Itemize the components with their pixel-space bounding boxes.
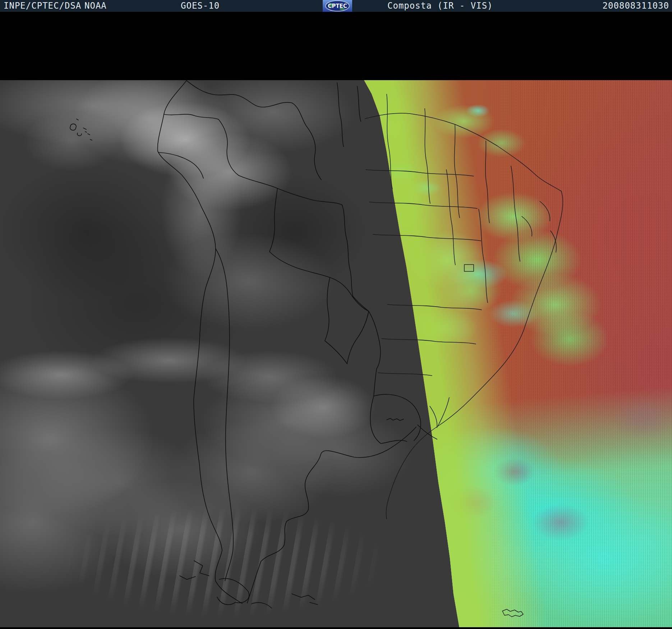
cptec-logo-text: CPTEC bbox=[328, 3, 347, 9]
satellite-label: GOES-10 bbox=[181, 0, 220, 12]
product-label: Composta (IR - VIS) bbox=[387, 0, 493, 12]
cptec-logo-icon: CPTEC bbox=[323, 0, 352, 12]
timestamp-label: 200808311030 bbox=[603, 0, 669, 12]
header-bar: INPE/CPTEC/DSA NOAA GOES-10 CPTEC Compos… bbox=[0, 0, 672, 12]
network-label: NOAA bbox=[84, 0, 107, 12]
cirrus-cloud-streaks bbox=[0, 483, 467, 626]
satellite-viewer: INPE/CPTEC/DSA NOAA GOES-10 CPTEC Compos… bbox=[0, 0, 672, 629]
institution-label: INPE/CPTEC/DSA bbox=[4, 0, 81, 12]
satellite-image bbox=[0, 80, 672, 627]
